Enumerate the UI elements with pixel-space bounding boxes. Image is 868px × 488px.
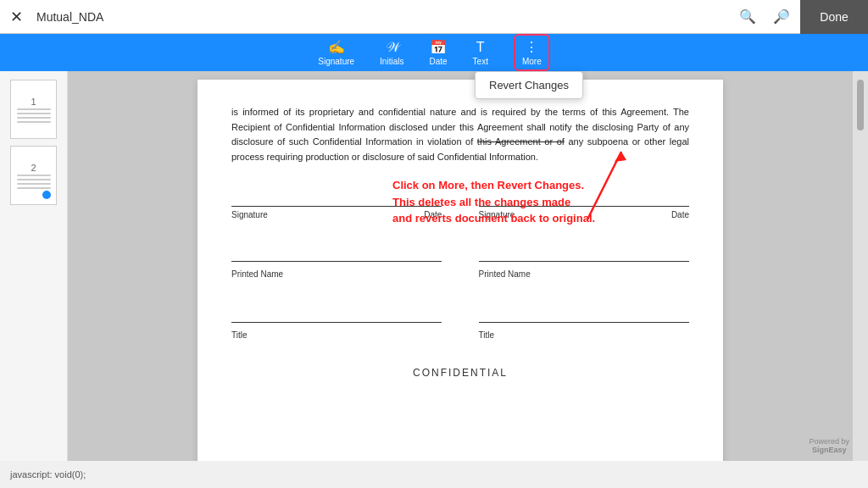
document-paragraph: is informed of its proprietary and confi… [231,105,689,164]
title-section: Title Title [231,297,689,341]
page-line [17,121,51,123]
printed-name-left-block: Printed Name [231,236,442,280]
printed-name-line-left [231,236,442,262]
text-tool[interactable]: T Text [473,40,488,66]
title-line-right [479,297,689,323]
title-right-block: Title [479,297,689,341]
right-scrollbar[interactable] [853,71,868,488]
page-line [17,175,51,176]
page-line [17,187,51,189]
page-lines-2 [17,175,51,189]
date-tool[interactable]: 📅 Date [429,39,447,66]
signature-label: Signature [318,57,354,66]
printed-name-section: Printed Name Printed Name [231,236,689,280]
more-button[interactable]: ⋮ More [514,34,550,71]
title-left-block: Title [231,297,442,341]
main-area: 1 2 is informed of its proprietary [0,71,868,488]
zoom-icon[interactable]: 🔎 [773,8,790,25]
page-sidebar: 1 2 [0,71,68,488]
annotation-line-3: and reverts document back to original. [392,210,595,227]
document-title: Mutual_NDA [36,10,739,24]
signeasy-name: SignEasy [809,446,849,454]
title-label-right: Title [479,330,495,340]
top-bar: ✕ Mutual_NDA 🔍 🔎 🔒 📤 Done [0,0,868,34]
page-line [17,117,51,119]
annotation-overlay: Click on More, then Revert Changes. This… [392,177,595,227]
printed-name-label-right: Printed Name [479,269,531,279]
page-thumb-1[interactable]: 1 [10,80,57,139]
search-icon[interactable]: 🔍 [739,8,756,25]
title-label-left: Title [231,330,248,340]
document-area: is informed of its proprietary and confi… [68,71,853,488]
revert-changes-popup[interactable]: Revert Changes [475,71,583,99]
page-line [17,113,51,114]
confidential-label: CONFIDENTIAL [231,367,689,379]
initials-label: Initials [380,57,403,66]
footer-js-text: javascript: void(0); [10,469,86,480]
page-indicator-dot [42,191,51,199]
sig-label-left: Signature [231,210,268,219]
page-num-1: 1 [31,97,36,107]
title-line-left [231,297,442,323]
document-page: is informed of its proprietary and confi… [198,80,723,469]
more-label: More [522,57,542,66]
date-icon: 📅 [430,39,447,55]
signeasy-branding: Powered by SignEasy [809,437,849,454]
initials-tool[interactable]: 𝒲 Initials [380,40,403,66]
scrollbar-thumb[interactable] [857,80,864,130]
page-num-2: 2 [31,163,36,173]
powered-by-text: Powered by [809,437,849,446]
page-line [17,108,51,110]
printed-name-label-left: Printed Name [231,269,283,279]
signature-icon: ✍ [328,39,345,55]
done-button[interactable]: Done [800,0,868,34]
printed-name-right-block: Printed Name [479,236,689,280]
page-thumb-2[interactable]: 2 [10,146,57,205]
initials-icon: 𝒲 [386,40,398,55]
sig-date-right: Date [671,210,689,219]
close-button[interactable]: ✕ [10,8,23,26]
signature-tool[interactable]: ✍ Signature [318,39,354,66]
footer: javascript: void(0); [0,461,868,488]
date-label: Date [429,57,447,66]
text-label: Text [473,57,488,66]
printed-name-line-right [479,236,689,262]
annotation-line-1: Click on More, then Revert Changes. [392,177,595,194]
revert-changes-label[interactable]: Revert Changes [489,79,569,92]
more-icon: ⋮ [525,39,538,55]
page-lines-1 [17,108,51,123]
annotation-line-2: This deletes all the changes made [392,194,595,211]
page-line [17,179,51,180]
page-line [17,183,51,185]
text-icon: T [476,40,485,55]
strikethrough-text: this Agreement or of [477,136,565,147]
toolbar: ✍ Signature 𝒲 Initials 📅 Date T Text ⋮ M… [0,34,868,71]
